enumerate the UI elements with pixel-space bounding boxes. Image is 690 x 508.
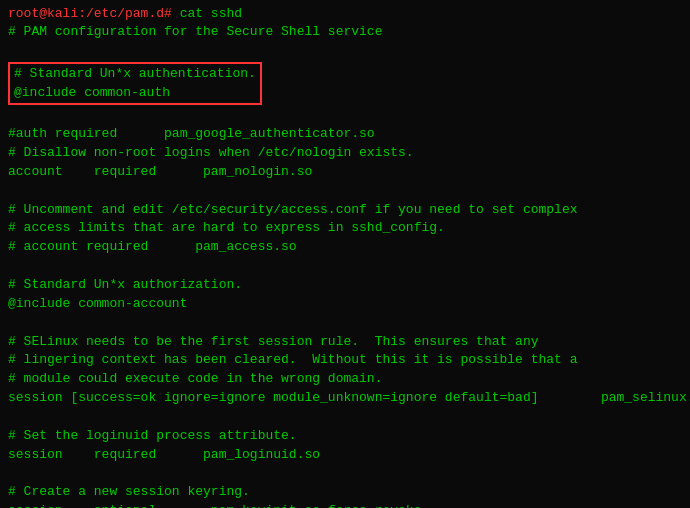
line-access-limits-comment: # access limits that are hard to express… [8,219,682,238]
blank-1 [8,42,682,61]
line-module-comment: # module could execute code in the wrong… [8,370,682,389]
line-auth-required: #auth required pam_google_authenticator.… [8,125,682,144]
line-include-common-auth: @include common-auth [14,84,256,103]
line-standard-auth-comment: # Standard Un*x authorization. [8,276,682,295]
blank-3 [8,182,682,201]
line-disallow-comment: # Disallow non-root logins when /etc/nol… [8,144,682,163]
prompt-line: root@kali:/etc/pam.d# cat sshd [8,6,682,21]
line-1: # PAM configuration for the Secure Shell… [8,23,682,42]
line-account-nologin: account required pam_nologin.so [8,163,682,182]
line-selinux-comment: # SELinux needs to be the first session … [8,333,682,352]
blank-2 [8,106,682,125]
line-session-keyinit: session optional pam_keyinit.so force re… [8,502,682,508]
line-session-selinux: session [success=ok ignore=ignore module… [8,389,682,408]
line-keyring-comment: # Create a new session keyring. [8,483,682,502]
highlighted-block: # Standard Un*x authentication. @include… [8,62,262,106]
line-loginuid-comment: # Set the loginuid process attribute. [8,427,682,446]
blank-5 [8,314,682,333]
line-lingering-comment: # lingering context has been cleared. Wi… [8,351,682,370]
line-session-loginuid: session required pam_loginuid.so [8,446,682,465]
blank-4 [8,257,682,276]
prompt-user: root@kali:/etc/pam.d# [8,6,172,21]
prompt-cmd: cat sshd [172,6,242,21]
blank-6 [8,408,682,427]
line-include-common-account: @include common-account [8,295,682,314]
terminal-window: root@kali:/etc/pam.d# cat sshd # PAM con… [0,0,690,508]
blank-7 [8,464,682,483]
line-standard-auth: # Standard Un*x authentication. [14,65,256,84]
line-account-access-comment: # account required pam_access.so [8,238,682,257]
line-uncomment-comment: # Uncomment and edit /etc/security/acces… [8,201,682,220]
